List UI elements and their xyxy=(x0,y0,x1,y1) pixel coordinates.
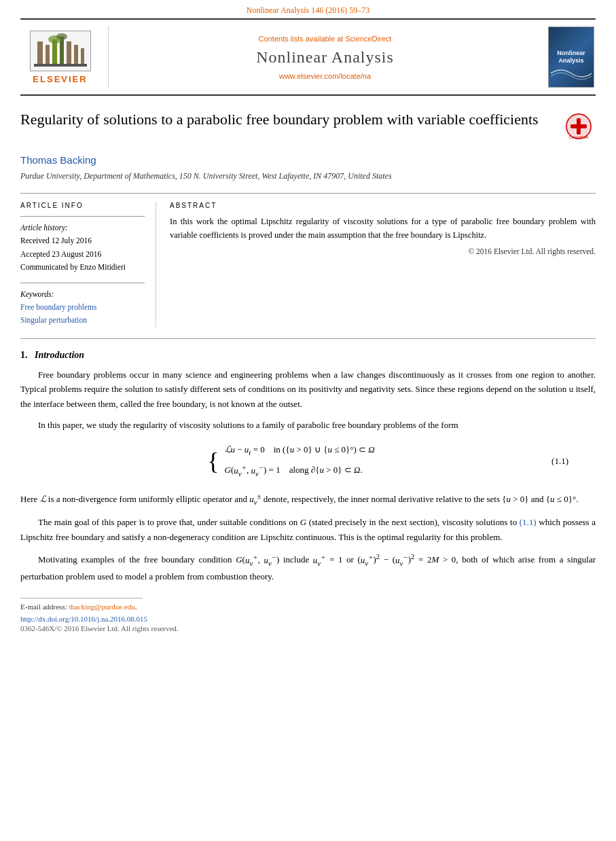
equation-number: (1.1) xyxy=(535,456,568,467)
intro-heading: 1. Introduction xyxy=(20,350,596,361)
eq-line-1: ℒu − ut = 0 in ({u > 0} ∪ {u ≤ 0}°) ⊂ Ω xyxy=(225,443,375,459)
abstract-text: In this work the optimal Lipschitz regul… xyxy=(170,215,596,242)
author-name: Thomas Backing xyxy=(20,154,596,166)
svg-rect-5 xyxy=(67,41,71,65)
svg-point-10 xyxy=(56,33,67,40)
paper-content: Regularity of solutions to a parabolic f… xyxy=(20,96,596,632)
svg-rect-7 xyxy=(81,48,84,65)
email-label: E-mail address: xyxy=(20,603,67,611)
keywords-divider xyxy=(20,283,145,283)
svg-rect-14 xyxy=(577,118,581,135)
received-date: Received 12 July 2016 xyxy=(20,234,145,248)
article-info-divider xyxy=(20,216,145,217)
keywords-label: Keywords: xyxy=(20,290,145,298)
svg-rect-2 xyxy=(46,45,50,65)
copyright: © 2016 Elsevier Ltd. All rights reserved… xyxy=(170,247,596,255)
intro-para1: Free boundary problems occur in many sci… xyxy=(20,368,596,411)
intro-para5: Motivating examples of the free boundary… xyxy=(20,551,596,584)
elsevier-tree-logo xyxy=(30,31,91,71)
intro-number: 1. xyxy=(20,350,28,360)
rights-line: 0362-546X/© 2016 Elsevier Ltd. All right… xyxy=(20,624,596,632)
intro-divider xyxy=(20,338,596,339)
journal-url[interactable]: www.elsevier.com/locate/na xyxy=(122,72,528,80)
svg-text:CrossMark: CrossMark xyxy=(568,135,589,139)
journal-header: ELSEVIER Contents lists available at Sci… xyxy=(20,18,596,96)
svg-rect-1 xyxy=(37,41,43,65)
keyword-1[interactable]: Free boundary problems xyxy=(20,301,145,315)
article-info: ARTICLE INFO Article history: Received 1… xyxy=(20,202,156,327)
equation-lines: ℒu − ut = 0 in ({u > 0} ∪ {u ≤ 0}°) ⊂ Ω … xyxy=(225,443,375,479)
keywords-list: Free boundary problems Singular perturba… xyxy=(20,301,145,327)
journal-title: Nonlinear Analysis xyxy=(122,48,528,67)
journal-citation: Nonlinear Analysis 146 (2016) 59–73 xyxy=(0,0,616,18)
email-address[interactable]: tbacking@purdue.edu xyxy=(69,603,134,611)
left-brace: { xyxy=(207,449,219,473)
journal-cover-image: NonlinearAnalysis xyxy=(548,26,594,88)
article-meta-section: ARTICLE INFO Article history: Received 1… xyxy=(20,202,596,327)
svg-rect-6 xyxy=(74,45,78,65)
affiliation: Purdue University, Department of Mathema… xyxy=(20,170,596,182)
crossmark-badge[interactable]: CrossMark xyxy=(562,109,596,143)
history-label: Article history: xyxy=(20,223,145,232)
accepted-date: Accepted 23 August 2016 xyxy=(20,248,145,262)
journal-center: Contents lists available at ScienceDirec… xyxy=(109,26,541,88)
doi-line[interactable]: http://dx.doi.org/10.1016/j.na.2016.08.0… xyxy=(20,615,596,623)
communicated-by: Communicated by Enzo Mitidieri xyxy=(20,261,145,274)
abstract-section: ABSTRACT In this work the optimal Lipsch… xyxy=(170,202,596,327)
intro-para4: The main goal of this paper is to prove … xyxy=(20,515,596,544)
history-items: Received 12 July 2016 Accepted 23 August… xyxy=(20,234,145,274)
contents-text: Contents lists available at xyxy=(259,35,344,43)
footnote-email: E-mail address: tbacking@purdue.edu. xyxy=(20,603,596,611)
header-divider xyxy=(20,193,596,194)
paper-title: Regularity of solutions to a parabolic f… xyxy=(20,109,562,130)
elsevier-name-text: ELSEVIER xyxy=(33,74,87,84)
keyword-2[interactable]: Singular perturbation xyxy=(20,314,145,327)
intro-para3: Here ℒ is a non-divergence form uniforml… xyxy=(20,490,596,509)
cover-title-text: NonlinearAnalysis xyxy=(557,50,585,65)
journal-cover: NonlinearAnalysis xyxy=(541,26,596,88)
keywords-section: Keywords: Free boundary problems Singula… xyxy=(20,290,145,327)
equation-brace-system: { ℒu − ut = 0 in ({u > 0} ∪ {u ≤ 0}°) ⊂ … xyxy=(207,443,375,479)
sciencedirect-link[interactable]: ScienceDirect xyxy=(345,35,391,43)
elsevier-logo: ELSEVIER xyxy=(20,26,109,88)
equation-content: { ℒu − ut = 0 in ({u > 0} ∪ {u ≤ 0}°) ⊂ … xyxy=(48,443,535,479)
article-info-label: ARTICLE INFO xyxy=(20,202,145,209)
equation-1-1: { ℒu − ut = 0 in ({u > 0} ∪ {u ≤ 0}°) ⊂ … xyxy=(48,443,568,479)
intro-para2: In this paper, we study the regularity o… xyxy=(20,418,596,432)
svg-rect-8 xyxy=(34,64,87,67)
footnote-divider xyxy=(20,598,143,598)
abstract-label: ABSTRACT xyxy=(170,202,596,209)
paper-title-row: Regularity of solutions to a parabolic f… xyxy=(20,109,596,143)
contents-line: Contents lists available at ScienceDirec… xyxy=(122,35,528,43)
eq-line-2: G(uν+, uν−) = 1 along ∂{u > 0} ⊂ Ω. xyxy=(225,461,375,479)
